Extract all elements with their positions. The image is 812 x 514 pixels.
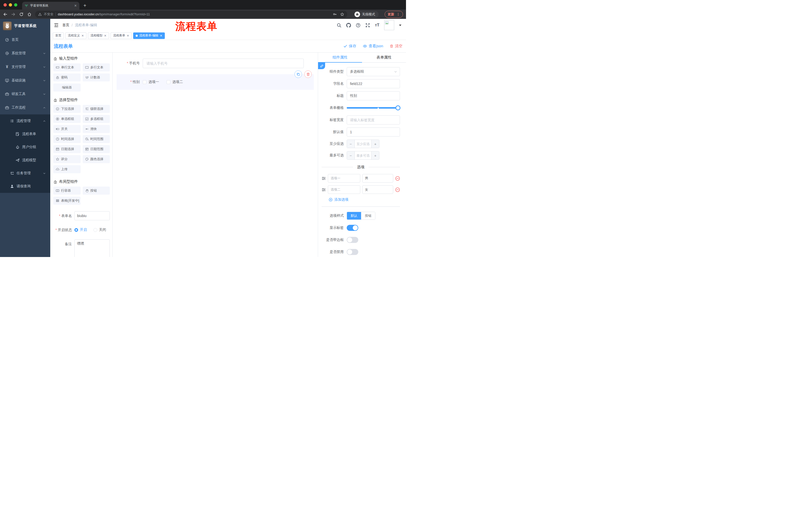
slider-track[interactable]	[347, 107, 400, 109]
collapse-sidebar-icon[interactable]	[54, 23, 59, 28]
sidebar-item-process-form[interactable]: 流程表单	[0, 128, 50, 141]
tab-component-props[interactable]: 组件属性	[318, 53, 362, 62]
sidebar-item-process-model[interactable]: 流程模型	[0, 154, 50, 167]
status-radio-off[interactable]: 关闭	[93, 227, 106, 232]
sidebar-item-payment[interactable]: ¥ 支付管理	[0, 60, 50, 74]
title-input[interactable]	[347, 91, 400, 100]
style-button-button[interactable]: 按钮	[361, 212, 375, 219]
gender-option-1-checkbox[interactable]: 选项一	[143, 80, 159, 84]
max-checked-stepper[interactable]: − +	[347, 151, 379, 160]
stepper-increase-button[interactable]: +	[371, 140, 379, 148]
checkbox-box[interactable]	[167, 80, 170, 84]
save-button[interactable]: 保存	[343, 44, 356, 49]
show-label-toggle[interactable]	[347, 225, 358, 231]
tag-process-form-edit-active[interactable]: 流程表单-编辑✕	[133, 32, 165, 39]
palette-item-date-picker[interactable]: 日期选择	[53, 145, 81, 153]
slider-handle[interactable]	[396, 105, 401, 110]
palette-item-slider[interactable]: 滑块	[83, 125, 110, 133]
security-label[interactable]: 不安全	[44, 12, 54, 17]
close-window-button[interactable]	[3, 3, 7, 6]
palette-item-time-range[interactable]: 时间范围	[83, 135, 110, 143]
form-name-input[interactable]	[75, 211, 110, 220]
palette-item-editor[interactable]: 编辑器	[53, 83, 81, 91]
palette-item-row-container[interactable]: 行容器	[53, 187, 81, 195]
palette-item-time-picker[interactable]: 时间选择	[53, 135, 81, 143]
url-text[interactable]: dashboard.yudao.iocoder.cn/bpm/manager/f…	[58, 12, 150, 16]
disabled-toggle[interactable]	[347, 249, 358, 255]
sidebar-item-system[interactable]: 系统管理	[0, 47, 50, 60]
option-2-label-input[interactable]	[328, 185, 360, 194]
canvas-field-phone[interactable]: 手机号	[117, 59, 304, 68]
add-option-button[interactable]: 添加选项	[329, 197, 400, 202]
reload-icon[interactable]	[19, 12, 24, 17]
sidebar-item-home[interactable]: 首页	[0, 33, 50, 47]
palette-item-counter[interactable]: 计数器	[83, 74, 110, 81]
tag-process-form[interactable]: 流程表单✕	[111, 32, 132, 39]
tag-close-icon[interactable]: ✕	[81, 34, 84, 37]
sidebar-item-user-group[interactable]: 用户分组	[0, 141, 50, 154]
tag-close-icon[interactable]: ✕	[104, 34, 107, 37]
option-1-value-input[interactable]	[362, 174, 393, 183]
palette-item-single-text[interactable]: 单行文本	[53, 63, 81, 72]
palette-item-textarea[interactable]: 多行文本	[83, 63, 110, 72]
sidebar-item-infra[interactable]: 基础设施	[0, 74, 50, 87]
palette-item-password[interactable]: 密码	[53, 74, 81, 81]
tag-close-icon[interactable]: ✕	[160, 34, 162, 37]
avatar-caret-icon[interactable]	[399, 25, 402, 27]
border-toggle[interactable]	[347, 237, 358, 243]
palette-item-radio-group[interactable]: 单选框组	[53, 115, 81, 123]
min-checked-input[interactable]	[355, 140, 371, 148]
tag-home[interactable]: 首页	[53, 32, 64, 39]
macos-window-controls[interactable]	[3, 3, 17, 6]
drag-handle-icon[interactable]	[322, 176, 326, 181]
tab-form-props[interactable]: 表单属性	[362, 53, 406, 62]
drag-handle-icon[interactable]	[322, 188, 326, 192]
form-grid-slider[interactable]	[347, 103, 400, 112]
min-checked-stepper[interactable]: − +	[347, 140, 379, 148]
canvas-selected-field-gender[interactable]: 性别 选项一 选项二	[117, 74, 314, 90]
back-icon[interactable]	[3, 12, 7, 17]
component-type-select[interactable]: 多选框组	[347, 67, 400, 76]
gender-option-2-checkbox[interactable]: 选项二	[167, 80, 183, 84]
home-icon[interactable]	[27, 12, 32, 17]
form-canvas[interactable]: 手机号 性别 选项一 选项二	[113, 53, 318, 257]
zoom-window-button[interactable]	[14, 3, 17, 6]
palette-item-upload[interactable]: 上传	[53, 165, 81, 173]
forward-icon[interactable]	[11, 12, 16, 17]
status-radio-on[interactable]: 开启	[75, 227, 87, 232]
tag-process-model[interactable]: 流程模型✕	[88, 32, 109, 39]
option-2-value-input[interactable]	[362, 185, 393, 194]
remove-option-icon[interactable]	[395, 176, 400, 181]
font-size-icon[interactable]: ᴛT	[375, 23, 379, 27]
phone-input[interactable]	[143, 59, 304, 68]
fullscreen-icon[interactable]	[365, 23, 370, 28]
stepper-increase-button[interactable]: +	[371, 152, 379, 159]
palette-item-checkbox-group[interactable]: 多选框组	[83, 115, 110, 123]
palette-item-switch[interactable]: 开关	[53, 125, 81, 133]
browser-tab[interactable]: 芋道管理系统 ✕	[22, 2, 79, 9]
sidebar-item-leave-query[interactable]: 请假查询	[0, 180, 50, 193]
sidebar-item-process-management[interactable]: 流程管理	[0, 114, 50, 128]
search-icon[interactable]	[337, 23, 342, 28]
tag-close-icon[interactable]: ✕	[127, 34, 129, 37]
palette-item-table-dev[interactable]: 表格[开发中]	[53, 197, 81, 205]
url-bar[interactable]: 不安全 dashboard.yudao.iocoder.cn/bpm/manag…	[35, 11, 347, 18]
remove-option-icon[interactable]	[395, 187, 400, 192]
label-width-input[interactable]	[347, 115, 400, 125]
duplicate-field-button[interactable]	[294, 71, 302, 78]
user-avatar-broken-image[interactable]	[384, 20, 394, 30]
field-name-input[interactable]	[347, 79, 400, 88]
breadcrumb-home[interactable]: 首页	[62, 23, 69, 27]
default-value-input[interactable]	[347, 128, 400, 137]
browser-menu-dots-icon[interactable]	[397, 12, 400, 16]
form-remark-textarea[interactable]: 嘿嘿	[75, 239, 110, 257]
stepper-decrease-button[interactable]: −	[347, 152, 355, 159]
tag-process-definition[interactable]: 流程定义✕	[65, 32, 86, 39]
palette-item-color-picker[interactable]: 颜色选择	[83, 155, 110, 163]
sidebar-item-devtools[interactable]: 研发工具	[0, 87, 50, 101]
delete-field-button[interactable]	[304, 71, 312, 78]
sidebar-item-workflow[interactable]: 工作流程	[0, 101, 50, 114]
link-anchor-tab[interactable]	[318, 63, 325, 69]
help-icon[interactable]	[356, 23, 360, 28]
sidebar-item-task-management[interactable]: 任务管理	[0, 167, 50, 180]
